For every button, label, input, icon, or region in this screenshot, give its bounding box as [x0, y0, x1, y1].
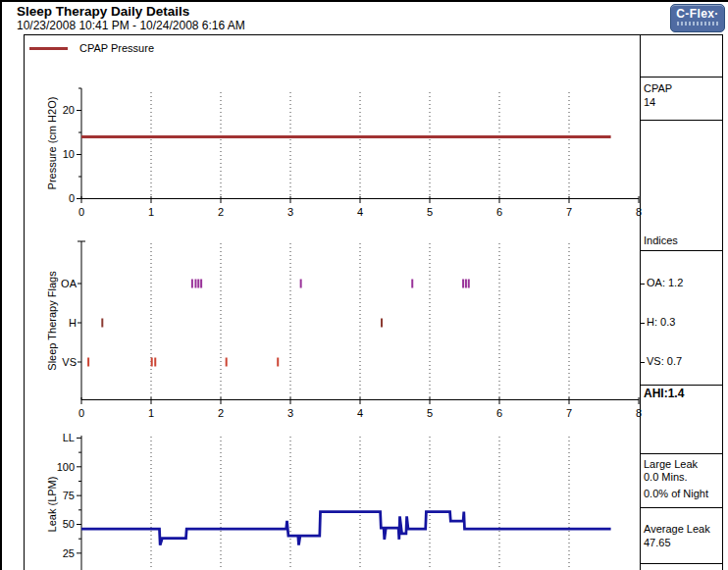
flags-x-tick-label: 0 [78, 407, 84, 419]
indices-title: Indices [644, 234, 678, 246]
side-panel-separator [641, 453, 722, 454]
flags-x-tick-label: 4 [357, 407, 363, 419]
average-leak-title: Average Leak [644, 522, 710, 536]
large-leak-percent: 0.0% of Night [644, 488, 708, 500]
pressure-y-tick-label: 0 [69, 192, 75, 204]
flags-row-label: VS [62, 356, 77, 368]
leak-y-tick-label: 25 [63, 547, 75, 559]
ahi-value: AHI:1.4 [644, 387, 684, 400]
side-panel-separator [641, 120, 722, 121]
oa-row-tick [641, 284, 645, 285]
pressure-y-axis-title: Pressure (cm H2O) [46, 97, 58, 190]
flags-x-tick-label: 7 [566, 407, 572, 419]
pressure-x-tick-label: 2 [218, 206, 224, 218]
flags-x-tick-label: 3 [287, 407, 293, 419]
h-index-value: H: 0.3 [647, 316, 675, 328]
cpap-setting-label: CPAP [644, 81, 672, 95]
pressure-x-tick-label: 0 [78, 206, 84, 218]
pressure-x-tick-label: 1 [148, 206, 154, 218]
flags-row-label: OA [61, 278, 78, 289]
flags-x-tick-label: 6 [496, 407, 502, 419]
charts-canvas: 01234567801020Pressure (cm H2O)012345678… [2, 2, 728, 570]
leak-y-tick-label: 50 [63, 518, 75, 530]
side-panel-separator [641, 563, 722, 564]
side-panel-separator [641, 250, 722, 251]
leak-line [81, 512, 611, 545]
flags-x-tick-label: 2 [218, 407, 224, 419]
leak-y-tick-label: LL [63, 432, 75, 443]
pressure-x-tick-label: 3 [287, 206, 293, 218]
average-leak-value: 47.65 [644, 536, 710, 549]
flags-x-tick-label: 5 [427, 407, 433, 419]
cpap-pressure-setting: CPAP 14 [644, 81, 672, 109]
side-panel-separator [641, 385, 722, 386]
flags-y-axis-title: Sleep Therapy Flags [46, 271, 58, 371]
oa-index-value: OA: 1.2 [647, 277, 683, 288]
cpap-setting-value: 14 [644, 95, 672, 109]
flags-x-tick-label: 1 [148, 407, 154, 419]
large-leak-stats: Large Leak 0.0 Mins. 0.0% of Night [644, 458, 708, 500]
vs-index-value: VS: 0.7 [647, 355, 682, 367]
pressure-y-tick-label: 10 [63, 148, 75, 160]
leak-y-axis-title: Leak (LPM) [46, 477, 58, 533]
side-panel-separator [641, 507, 722, 508]
large-leak-minutes: 0.0 Mins. [644, 471, 708, 484]
pressure-x-tick-label: 5 [427, 206, 433, 218]
pressure-x-tick-label: 7 [566, 206, 572, 218]
leak-y-tick-label: 75 [63, 490, 75, 501]
average-leak-stats: Average Leak 47.65 [644, 522, 710, 549]
h-row-tick [641, 323, 645, 324]
pressure-x-tick-label: 6 [496, 206, 502, 218]
large-leak-title: Large Leak [644, 458, 708, 471]
pressure-x-tick-label: 4 [357, 206, 363, 218]
vs-row-tick [641, 362, 645, 363]
side-panel: CPAP 14 Indices OA: 1.2 H: 0.3 VS: 0.7 A… [641, 34, 722, 570]
leak-y-tick-label: 100 [57, 461, 75, 473]
sleep-report-page: Sleep Therapy Daily Details 10/23/2008 1… [0, 0, 728, 570]
flags-row-label: H [69, 317, 77, 329]
pressure-y-tick-label: 20 [63, 104, 75, 116]
side-panel-separator [641, 77, 722, 78]
